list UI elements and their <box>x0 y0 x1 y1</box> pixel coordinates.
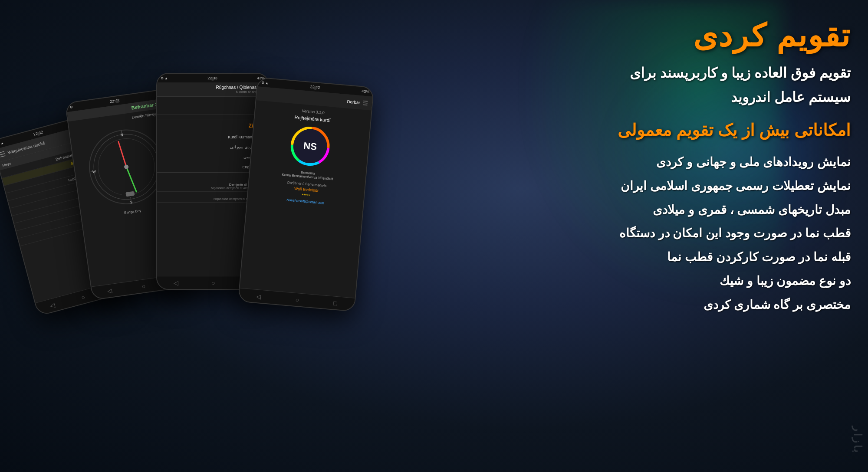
home-icon: ○ <box>80 293 85 301</box>
recent-icon-4: □ <box>333 299 338 307</box>
svg-text:S: S <box>130 200 133 204</box>
feature-item: مبدل تاریخهای شمسی ، قمری و میلادی <box>482 200 851 220</box>
phones-area: ⚙ ▲ 22:42 43% ☰ Weguhestina dirokê Roj H… <box>0 38 391 472</box>
phone-3-camera <box>211 77 214 81</box>
app-title: تقویم کردی <box>482 17 851 54</box>
about-version: Version 3,1,0 <box>302 108 325 115</box>
ns-logo-container: NS <box>289 125 332 168</box>
settings-icon-3: ⚙ <box>161 76 164 80</box>
ns-logo-svg: NS <box>289 125 332 168</box>
signal-icon-4: ▲ <box>265 81 269 85</box>
home-icon-4: ○ <box>295 296 299 303</box>
about-email: Noushinsoft@email.com <box>286 198 324 205</box>
settings-icon-4: ⚙ <box>261 81 265 85</box>
svg-text:W: W <box>92 170 96 174</box>
about-author-label: Darîjêner û Bernamenivîs <box>287 180 326 188</box>
phone-2-status-icons: ⚙ <box>69 105 73 109</box>
subtitle: تقویم فوق العاده زیبا و کاربرپسند برای س… <box>482 62 851 108</box>
about-app-name: Rojhejmêra kurdî <box>294 115 331 123</box>
feature-item: قطب نما در صورت وجود این امکان در دستگاه <box>482 224 851 243</box>
back-icon-3: ◁ <box>174 279 178 286</box>
phone-1-status-icons: ⚙ ▲ <box>0 141 4 146</box>
home-icon-3: ○ <box>211 279 215 286</box>
phone-4-battery: 43% <box>362 89 370 94</box>
feature-item: مختصری بر گاه شماری کردی <box>482 295 851 315</box>
back-icon-2: ◁ <box>107 287 112 295</box>
menu-icon: ☰ <box>0 149 7 159</box>
back-icon: ◁ <box>49 301 56 309</box>
bazaar-watermark: بازار <box>852 426 864 455</box>
back-icon-4: ◁ <box>256 292 261 300</box>
compass-info: Banga Bey <box>124 209 141 215</box>
home-icon-2: ○ <box>141 282 146 290</box>
phone-3-status-icons: ⚙ ▲ <box>161 76 168 80</box>
feature-item: دو نوع مضمون زیبا و شیك <box>482 272 851 291</box>
phone-4-screen: ⚙ ▲ 22:42 43% ☰ Derbar Version 3,1,0 Roj… <box>239 78 373 311</box>
feature-item: نمایش رویدادهای ملی و جهانی و کردی <box>482 153 851 172</box>
phone-4-status-icons: ⚙ ▲ <box>261 81 269 85</box>
phone-3-header: ☰ Rûgohnas / Qiblenas Noshin shahr <box>157 82 268 97</box>
feature-item: نمایش تعطیلات رسمی جمهوری اسلامی ایران <box>482 177 851 196</box>
signal-icon-3: ▲ <box>164 76 168 80</box>
girt-label: gîrtî <box>161 108 264 112</box>
settings-icon-2: ⚙ <box>69 105 73 109</box>
phone-4-about-content: ☰ Derbar Version 3,1,0 Rojhejmêra kurdî <box>239 86 372 311</box>
menu-icon-4: ☰ <box>362 99 368 107</box>
phone-3-eyar: Eyar <box>157 97 268 105</box>
svg-text:NS: NS <box>303 140 317 152</box>
feature-item: قبله نما در صورت کارکردن قطب نما <box>482 248 851 267</box>
phone-3-settings-item: gîrtî <box>157 105 268 115</box>
signal-icon: ▲ <box>0 141 4 145</box>
svg-text:N: N <box>120 133 123 137</box>
ziman-title: Ziman <box>157 119 268 132</box>
about-author-name: Walî Bedelpûr <box>294 187 319 193</box>
ziman-divider <box>157 115 268 119</box>
features-title: امکاناتی بیش از یک تقویم معمولی <box>482 121 851 140</box>
features-list: نمایش رویدادهای ملی و جهانی و کردی نمایش… <box>482 153 851 315</box>
phone-4-about: ⚙ ▲ 22:42 43% ☰ Derbar Version 3,1,0 Roj… <box>238 77 374 312</box>
right-panel: تقویم کردی تقویم فوق العاده زیبا و کاربر… <box>482 17 851 319</box>
about-stars: ***** <box>302 193 310 198</box>
